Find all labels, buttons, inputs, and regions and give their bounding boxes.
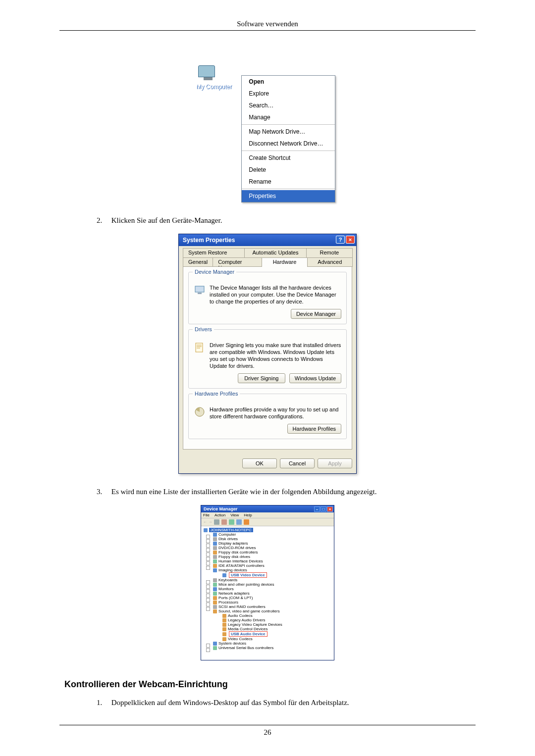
svg-rect-2: [196, 343, 203, 352]
tree-hid[interactable]: Human Interface Devices: [209, 559, 331, 563]
tree-computer[interactable]: Computer: [209, 532, 331, 537]
section-step-1-number: 1.: [97, 699, 109, 707]
sysprops-titlebar[interactable]: System Properties ? ×: [179, 234, 356, 246]
ctx-properties[interactable]: Properties: [242, 190, 335, 202]
drivers-text: Driver Signing lets you make sure that i…: [210, 342, 341, 369]
tree-display-adapters[interactable]: Display adapters: [209, 541, 331, 546]
windows-update-button[interactable]: Windows Update: [289, 373, 341, 383]
toolbar-icon[interactable]: [229, 519, 234, 525]
tree-system-devices[interactable]: System devices: [209, 641, 331, 646]
ctx-explore[interactable]: Explore: [242, 88, 335, 100]
tab-system-restore[interactable]: System Restore: [183, 248, 245, 257]
tree-media-ctrl[interactable]: Media Control Devices: [218, 627, 331, 631]
step-2-number: 2.: [97, 216, 109, 225]
my-computer-desktop-icon[interactable]: My Computer: [196, 65, 240, 90]
tree-audio-codecs[interactable]: Audio Codecs: [218, 613, 331, 618]
tree-legacy-audio[interactable]: Legacy Audio Drivers: [218, 618, 331, 622]
devmgr-menubar: File Action View Help: [201, 512, 334, 518]
svg-rect-0: [195, 286, 204, 292]
menu-action[interactable]: Action: [214, 513, 225, 517]
ctx-rename[interactable]: Rename: [242, 176, 335, 188]
monitor-icon: [198, 65, 218, 81]
tree-ide[interactable]: IDE ATA/ATAPI controllers: [209, 563, 331, 568]
tree-imaging[interactable]: Imaging devices USB Video Device: [209, 568, 331, 578]
my-computer-label: My Computer: [196, 83, 240, 90]
tree-mice[interactable]: Mice and other pointing devices: [209, 582, 331, 587]
page-header: Software verwenden: [59, 20, 476, 31]
ctx-search[interactable]: Search…: [242, 100, 335, 111]
cancel-button[interactable]: Cancel: [280, 458, 315, 468]
group-device-manager-legend: Device Manager: [193, 269, 236, 275]
tab-general[interactable]: General: [183, 257, 213, 267]
close-icon[interactable]: ×: [327, 506, 333, 512]
tree-ports[interactable]: Ports (COM & LPT): [209, 596, 331, 600]
device-manager-icon: [194, 284, 206, 296]
tab-computer-name[interactable]: Computer Name: [213, 257, 262, 267]
tab-automatic-updates[interactable]: Automatic Updates: [244, 248, 306, 257]
help-icon[interactable]: ?: [336, 236, 345, 244]
tab-remote[interactable]: Remote: [306, 248, 353, 257]
figure-context-menu: My Computer Open Explore Search… Manage …: [64, 60, 471, 202]
devmgr-titlebar[interactable]: Device Manager – □ ×: [201, 505, 334, 512]
driver-signing-button[interactable]: Driver Signing: [238, 373, 285, 383]
tree-usb-controllers[interactable]: Universal Serial Bus controllers: [209, 646, 331, 650]
menu-view[interactable]: View: [230, 513, 239, 517]
group-drivers-legend: Drivers: [193, 326, 214, 332]
driver-signing-icon: [194, 342, 206, 353]
tree-floppy-ctrl[interactable]: Floppy disk controllers: [209, 550, 331, 554]
tab-hardware[interactable]: Hardware: [262, 257, 307, 267]
tree-video-codecs[interactable]: Video Codecs: [218, 637, 331, 641]
step-3-text: Es wird nun eine Liste der installierten…: [111, 488, 377, 496]
figure-system-properties: System Properties ? × System Restore Aut…: [64, 234, 471, 474]
device-manager-text: The Device Manager lists all the hardwar…: [210, 284, 341, 305]
group-drivers: Drivers Driver Signing lets you make sur…: [188, 329, 347, 389]
close-icon[interactable]: ×: [346, 236, 355, 244]
tree-scsi[interactable]: SCSI and RAID controllers: [209, 605, 331, 609]
toolbar-icon[interactable]: [244, 519, 249, 525]
svg-rect-1: [198, 293, 202, 294]
computer-root-icon: [204, 528, 208, 532]
system-properties-dialog: System Properties ? × System Restore Aut…: [178, 234, 357, 474]
ok-button[interactable]: OK: [242, 458, 277, 468]
toolbar-icon[interactable]: [221, 519, 227, 525]
toolbar-icon[interactable]: [236, 519, 242, 525]
device-manager-button[interactable]: Device Manager: [291, 309, 341, 319]
menu-file[interactable]: File: [203, 513, 210, 517]
page-footer: 26: [59, 725, 476, 737]
section-step-1-text: Doppelklicken auf dem Windows-Desktop au…: [111, 699, 349, 706]
tree-dvd-drives[interactable]: DVD/CD-ROM drives: [209, 546, 331, 550]
toolbar-icon[interactable]: [214, 519, 219, 525]
ctx-manage[interactable]: Manage: [242, 111, 335, 123]
tree-sound[interactable]: Sound, video and game controllers Audio …: [209, 609, 331, 641]
tab-advanced[interactable]: Advanced: [307, 257, 353, 267]
tree-keyboards[interactable]: Keyboards: [209, 578, 331, 582]
ctx-create-shortcut[interactable]: Create Shortcut: [242, 152, 335, 164]
ctx-sep-3: [242, 189, 335, 189]
hardware-profiles-button[interactable]: Hardware Profiles: [287, 424, 341, 434]
tree-root[interactable]: JOHNSMITH-NOTEPC: [209, 528, 253, 532]
tree-usb-video-device[interactable]: USB Video Device: [218, 572, 331, 578]
ctx-sep-2: [242, 151, 335, 151]
ctx-disconnect-drive[interactable]: Disconnect Network Drive…: [242, 138, 335, 150]
step-2: 2. Klicken Sie auf den Geräte-Manager.: [97, 216, 471, 225]
step-2-text: Klicken Sie auf den Geräte-Manager.: [111, 216, 222, 224]
tree-disk-drives[interactable]: Disk drives: [209, 537, 331, 541]
tree-usb-audio-device[interactable]: USB Audio Device: [218, 631, 331, 637]
tree-network[interactable]: Network adapters: [209, 591, 331, 596]
ctx-map-drive[interactable]: Map Network Drive…: [242, 126, 335, 138]
tree-floppy-drives[interactable]: Floppy disk drives: [209, 554, 331, 559]
apply-button: Apply: [318, 458, 352, 468]
ctx-delete[interactable]: Delete: [242, 164, 335, 176]
context-menu-shot: My Computer Open Explore Search… Manage …: [196, 60, 339, 202]
tree-legacy-vcap[interactable]: Legacy Video Capture Devices: [218, 622, 331, 627]
device-tree[interactable]: JOHNSMITH-NOTEPC Computer Disk drives Di…: [201, 526, 334, 660]
maximize-icon[interactable]: □: [321, 506, 326, 512]
hardware-profiles-icon: [194, 406, 206, 418]
minimize-icon[interactable]: –: [314, 506, 320, 512]
ctx-open[interactable]: Open: [242, 76, 335, 88]
menu-help[interactable]: Help: [244, 513, 252, 517]
ctx-sep-1: [242, 124, 335, 125]
tree-processors[interactable]: Processors: [209, 600, 331, 605]
tree-monitors[interactable]: Monitors: [209, 587, 331, 591]
sysprops-title: System Properties: [183, 237, 235, 244]
